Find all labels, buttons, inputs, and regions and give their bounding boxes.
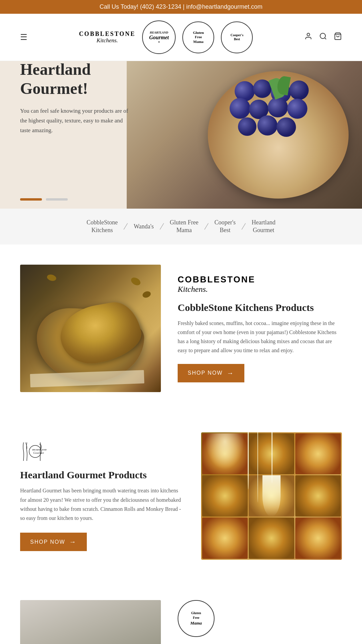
- heartland-shop-button[interactable]: SHOP NOW →: [20, 533, 87, 551]
- logo-gluten-free-mama[interactable]: GlutenFreeMama: [182, 21, 214, 53]
- svg-text:HEARTLAND: HEARTLAND: [32, 448, 47, 451]
- heartland-section: HEARTLAND Gourmet Heartland Gourmet Prod…: [0, 412, 362, 580]
- heartland-shop-arrow-icon: →: [69, 538, 77, 546]
- nav-cat-cobblestone[interactable]: CobbleStoneKitchens: [80, 219, 124, 234]
- heartland-section-desc: Heartland Gourmet has been bringing mout…: [20, 486, 184, 523]
- hero-title: Welcome to Heartland Gourmet!: [20, 61, 147, 98]
- gluten-section-image: [20, 600, 161, 644]
- heartland-logo: HEARTLAND Gourmet: [20, 441, 184, 463]
- user-icon[interactable]: [304, 32, 312, 42]
- cobblestone-section-title: CobbleStone Kitchens Products: [178, 302, 342, 313]
- heartland-section-content: HEARTLAND Gourmet Heartland Gourmet Prod…: [20, 441, 184, 551]
- cart-icon[interactable]: [334, 32, 342, 42]
- top-bar: Call Us Today! (402) 423-1234 | info@hea…: [0, 0, 362, 14]
- hamburger-menu[interactable]: ☰: [20, 33, 27, 42]
- gluten-free-mama-logo: Gluten Free Mama: [178, 600, 215, 637]
- nav-cat-coopers[interactable]: Cooper'sBest: [208, 219, 242, 234]
- nav-cat-wandas[interactable]: Wanda's: [127, 223, 161, 230]
- cobblestone-section: COBBLESTONE Kitchens. CobbleStone Kitche…: [0, 245, 362, 412]
- heartland-section-image: [201, 432, 342, 560]
- cobblestone-section-image: [20, 265, 161, 392]
- cobblestone-logo: COBBLESTONE Kitchens.: [178, 274, 342, 294]
- hero-section: Welcome to Heartland Gourmet! You can fe…: [0, 61, 362, 209]
- hero-dots: [20, 198, 68, 201]
- hero-dot-inactive[interactable]: [46, 198, 68, 201]
- hero-dot-active[interactable]: [20, 198, 42, 201]
- hero-background: [127, 61, 362, 209]
- hero-text-container: Welcome to Heartland Gourmet! You can fe…: [20, 61, 147, 136]
- cobblestone-section-content: COBBLESTONE Kitchens. CobbleStone Kitche…: [178, 265, 342, 392]
- search-icon[interactable]: [319, 32, 327, 42]
- header: ☰ COBBLESTONE Kitchens. HEARTLAND Gourme…: [0, 14, 362, 61]
- cobblestone-section-desc: Freshly baked scones, muffins, hot cocoa…: [178, 319, 342, 355]
- cobblestone-shop-button[interactable]: SHOP NOW →: [178, 364, 244, 382]
- svg-text:Gourmet: Gourmet: [33, 451, 44, 454]
- gluten-section: Gluten Free Mama Gluten Free Mama Produc…: [0, 580, 362, 644]
- header-icons: [304, 32, 342, 42]
- top-bar-text: Call Us Today! (402) 423-1234 | info@hea…: [100, 3, 262, 10]
- nav-cat-heartland[interactable]: HeartlandGourmet: [245, 219, 282, 234]
- logo-cobblestone[interactable]: COBBLESTONE Kitchens.: [79, 31, 136, 44]
- svg-point-0: [307, 33, 310, 36]
- shop-arrow-icon: →: [227, 369, 234, 377]
- nav-cat-gluten[interactable]: Gluten FreeMama: [163, 219, 205, 234]
- gluten-section-content: Gluten Free Mama Gluten Free Mama Produc…: [178, 600, 342, 644]
- nav-categories: CobbleStoneKitchens / Wanda's / Gluten F…: [0, 209, 362, 245]
- svg-point-1: [320, 33, 325, 39]
- heartland-section-title: Heartland Gourmet Products: [20, 469, 184, 481]
- header-logos: COBBLESTONE Kitchens. HEARTLAND Gourmet …: [27, 20, 304, 54]
- logo-heartland[interactable]: HEARTLAND Gourmet ✦: [142, 20, 176, 54]
- hero-subtitle: You can feel safe knowing your products …: [20, 106, 134, 136]
- logo-coopers-best[interactable]: Cooper'sBest: [221, 21, 253, 53]
